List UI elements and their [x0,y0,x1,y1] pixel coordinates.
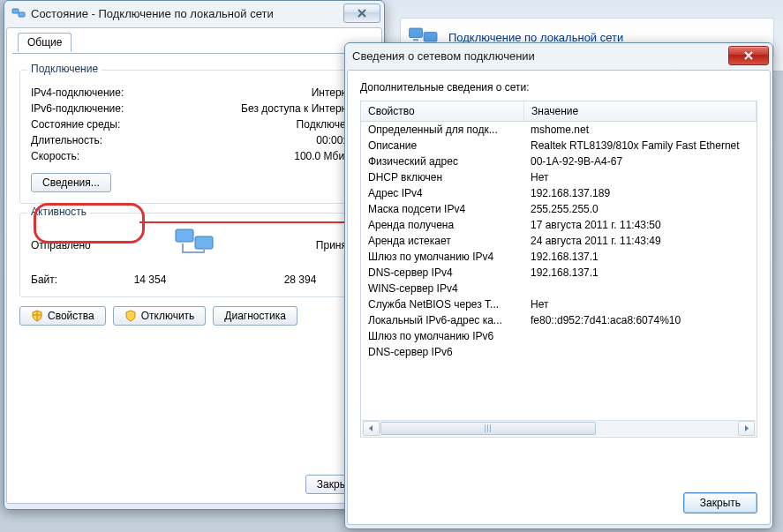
svg-rect-4 [12,9,19,13]
scroll-track[interactable] [380,422,737,435]
status-titlebar: Состояние - Подключение по локальной сет… [4,1,384,26]
row-property: DNS-сервер IPv6 [361,345,523,359]
group-connection: Подключение IPv4-подключение:Интернет IP… [19,70,369,204]
table-row[interactable]: WINS-сервер IPv4 [361,281,757,296]
disable-button[interactable]: Отключить [113,306,207,326]
row-value: 24 августа 2011 г. 11:43:49 [523,234,757,248]
bytes-sent: 14 354 [93,273,207,286]
svg-rect-2 [413,39,418,41]
tabstrip: Общие [12,34,376,54]
svg-rect-1 [424,33,437,42]
row-value [523,329,757,343]
row-property: Определенный для подк... [361,123,523,137]
close-details-button[interactable]: Закрыть [683,492,757,513]
svg-rect-7 [195,236,213,249]
details-intro: Дополнительные сведения о сети: [348,71,770,95]
ipv6-value: Без доступа к Интернет [241,102,358,115]
row-property: Аренда истекает [361,234,523,248]
row-value: mshome.net [523,123,757,137]
table-row[interactable]: Определенный для подк...mshome.net [361,122,757,138]
row-property: Служба NetBIOS через T... [361,297,523,311]
row-value: 255.255.255.0 [523,202,757,216]
row-value: 192.168.137.189 [523,186,757,200]
row-property: Шлюз по умолчанию IPv4 [361,250,523,264]
svg-marker-10 [369,425,373,431]
shield-icon [124,310,137,322]
table-row[interactable]: Аренда получена17 августа 2011 г. 11:43:… [361,217,757,233]
row-property: Аренда получена [361,218,523,232]
row-property: WINS-сервер IPv4 [361,281,523,296]
scroll-right-icon[interactable] [738,421,755,436]
details-button[interactable]: Сведения... [31,173,111,192]
shield-icon [31,310,43,322]
details-header: Свойство Значение [361,101,757,122]
table-row[interactable]: DNS-сервер IPv4192.168.137.1 [361,265,757,281]
table-row[interactable]: Адрес IPv4192.168.137.189 [361,185,757,201]
close-button[interactable] [343,4,380,23]
details-window: Сведения о сетевом подключении Дополните… [344,42,773,529]
col-value[interactable]: Значение [524,101,757,121]
table-row[interactable]: Локальный IPv6-адрес ка...fe80::d952:7d4… [361,312,757,328]
row-property: Локальный IPv6-адрес ка... [361,313,523,327]
table-row[interactable]: Шлюз по умолчанию IPv6 [361,328,757,344]
properties-label: Свойства [48,310,94,322]
row-property: Описание [361,139,523,153]
table-row[interactable]: Аренда истекает24 августа 2011 г. 11:43:… [361,233,757,249]
table-row[interactable]: Служба NetBIOS через T...Нет [361,296,757,312]
row-value: 192.168.137.1 [523,250,757,264]
row-value: Нет [523,297,757,311]
diagnose-button[interactable]: Диагностика [213,306,297,326]
svg-rect-0 [410,28,423,38]
table-row[interactable]: Шлюз по умолчанию IPv4192.168.137.1 [361,249,757,265]
row-value [523,281,757,296]
row-property: Физический адрес [361,154,523,169]
details-title: Сведения о сетевом подключении [352,49,728,63]
table-row[interactable]: DNS-сервер IPv6 [361,344,757,360]
row-value: fe80::d952:7d41:aca8:6074%10 [523,313,757,327]
status-title: Состояние - Подключение по локальной сет… [31,7,343,20]
row-value: 17 августа 2011 г. 11:43:50 [523,218,757,232]
media-label: Состояние среды: [31,118,297,131]
hscrollbar[interactable] [362,420,756,436]
disable-label: Отключить [141,310,195,322]
scroll-left-icon[interactable] [363,421,380,436]
annotation-arrow [139,212,360,238]
bytes-label: Байт: [31,273,93,286]
status-window: Состояние - Подключение по локальной сет… [4,0,385,510]
row-value: Нет [523,170,757,184]
row-property: Шлюз по умолчанию IPv6 [361,329,523,343]
speed-label: Скорость: [31,150,294,162]
connection-icon [11,6,26,20]
group-connection-legend: Подключение [27,63,102,75]
table-row[interactable]: Физический адрес00-1A-92-9B-A4-67 [361,154,757,169]
table-row[interactable]: ОписаниеRealtek RTL8139/810x Family Fast… [361,138,757,154]
row-value: 00-1A-92-9B-A4-67 [523,154,757,169]
details-table: Свойство Значение Определенный для подк.… [360,101,757,438]
tab-general[interactable]: Общие [18,33,72,52]
svg-marker-11 [745,425,749,431]
ipv6-label: IPv6-подключение: [31,102,241,115]
bytes-recv: 28 394 [243,273,358,286]
annotation-circle-details [34,203,145,244]
row-value: Realtek RTL8139/810x Family Fast Etherne… [523,139,757,153]
svg-rect-5 [19,12,25,17]
action-buttons: Свойства Отключить Диагностика [19,306,369,326]
table-row[interactable]: DHCP включенНет [361,169,757,185]
row-property: DNS-сервер IPv4 [361,266,523,280]
properties-button[interactable]: Свойства [19,306,106,326]
scroll-thumb[interactable] [380,422,596,435]
ipv4-label: IPv4-подключение: [31,86,312,99]
row-value [523,345,757,359]
col-property[interactable]: Свойство [361,101,524,121]
row-property: Маска подсети IPv4 [361,202,523,216]
duration-label: Длительность: [31,134,316,146]
close-button[interactable] [728,46,769,65]
details-titlebar: Сведения о сетевом подключении [345,43,772,68]
recv-label: Принято [247,239,358,251]
row-property: Адрес IPv4 [361,186,523,200]
table-row[interactable]: Маска подсети IPv4255.255.255.0 [361,201,757,217]
row-value: 192.168.137.1 [523,266,757,280]
row-property: DHCP включен [361,170,523,184]
